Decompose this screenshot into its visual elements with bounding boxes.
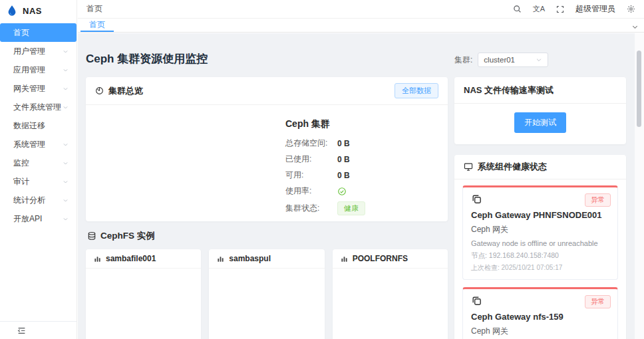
bar-chart-icon <box>217 255 224 263</box>
gateway-card: 异常Ceph Gateway PHNFSNODE001Ceph 网关Gatewa… <box>462 185 618 280</box>
stat-value: 0 B <box>337 139 350 148</box>
instance-card-header: sambafile001 <box>86 249 201 269</box>
check-circle-icon <box>337 187 347 196</box>
all-data-button[interactable]: 全部数据 <box>395 83 438 98</box>
stat-label: 总存储空间: <box>285 138 337 149</box>
cluster-stats: 总存储空间:0 B已使用:0 B可用:0 B <box>285 138 448 181</box>
app-title: NAS <box>23 6 42 16</box>
language-icon[interactable]: 文A <box>533 5 545 13</box>
sidebar-item-2[interactable]: 应用管理 <box>0 60 77 79</box>
speed-test-body: 开始测试 <box>454 104 626 144</box>
overview-card-header: 集群总览 全部数据 <box>86 77 448 105</box>
sidebar-item-label: 用户管理 <box>13 46 45 57</box>
gateway-type: Ceph 网关 <box>471 326 609 337</box>
breadcrumb[interactable]: 首页 <box>86 3 102 15</box>
chevron-down-icon <box>63 216 69 222</box>
cluster-select-row: 集群: cluster01 <box>454 53 626 67</box>
sidebar-item-label: 网关管理 <box>13 83 45 94</box>
health-status-header: 系统组件健康状态 <box>454 155 626 179</box>
chevron-down-icon <box>63 67 69 73</box>
sidebar-item-10[interactable]: 开放API <box>0 209 77 228</box>
gauge-icon <box>95 86 104 95</box>
sidebar: NAS 首页用户管理应用管理网关管理文件系统管理数据迁移系统管理监控审计统计分析… <box>0 0 77 339</box>
status-row: 集群状态: 健康 <box>285 201 448 215</box>
chevron-down-icon <box>63 160 69 166</box>
stat-row: 可用:0 B <box>285 170 448 181</box>
instance-card: sambaspul <box>209 249 324 339</box>
sidebar-item-1[interactable]: 用户管理 <box>0 42 77 60</box>
gateway-card: 异常Ceph Gateway nfs-159Ceph 网关Gateway nod… <box>462 287 618 339</box>
cephfs-section-header: CephFS 实例 <box>87 230 448 242</box>
sidebar-item-label: 监控 <box>13 158 29 169</box>
chevron-down-icon <box>63 142 69 148</box>
sidebar-item-label: 应用管理 <box>13 64 45 76</box>
logo: NAS <box>0 0 77 21</box>
chevron-down-icon <box>63 49 69 55</box>
sidebar-footer <box>0 321 77 339</box>
sidebar-item-6[interactable]: 系统管理 <box>0 135 77 154</box>
stat-row: 已使用:0 B <box>285 154 448 165</box>
usage-label: 使用率: <box>285 185 337 197</box>
username[interactable]: 超级管理员 <box>575 3 615 15</box>
search-icon[interactable] <box>513 5 522 13</box>
fullscreen-icon[interactable] <box>556 5 564 13</box>
stat-label: 可用: <box>285 170 337 181</box>
gateway-last-check: 上次检查: 2025/10/21 07:05:17 <box>471 263 609 273</box>
chevron-down-icon <box>536 56 542 63</box>
instance-card: POOLFORNFS <box>333 249 448 339</box>
health-status-card: 系统组件健康状态 异常Ceph Gateway PHNFSNODE001Ceph… <box>454 155 626 339</box>
stat-value: 0 B <box>337 171 350 180</box>
sidebar-item-label: 文件系统管理 <box>13 102 61 113</box>
gateway-name: Ceph Gateway nfs-159 <box>471 312 609 322</box>
stat-value: 0 B <box>337 155 350 164</box>
topbar-actions: 文A 超级管理员 <box>513 3 635 15</box>
storage-icon <box>87 231 96 241</box>
sidebar-item-label: 开放API <box>13 213 42 225</box>
sidebar-item-8[interactable]: 审计 <box>0 172 77 191</box>
cephfs-instances: sambafile001sambaspulPOOLFORNFS <box>86 249 448 339</box>
overview-body: Ceph 集群 总存储空间:0 B已使用:0 B可用:0 B 使用率: 集群状态… <box>86 105 448 215</box>
water-drop-logo-icon <box>6 5 18 17</box>
scrollbar-thumb[interactable] <box>637 51 641 127</box>
cluster-select[interactable]: cluster01 <box>478 53 548 67</box>
cluster-select-label: 集群: <box>454 55 472 66</box>
tab-home[interactable]: 首页 <box>80 19 114 32</box>
cluster-info: Ceph 集群 总存储空间:0 B已使用:0 B可用:0 B 使用率: 集群状态… <box>285 118 448 215</box>
instance-name: sambafile001 <box>106 254 156 263</box>
sidebar-item-label: 审计 <box>13 176 29 187</box>
menu-fold-icon[interactable] <box>17 326 26 335</box>
stat-label: 已使用: <box>285 154 337 165</box>
chevron-down-icon <box>63 197 69 203</box>
topbar: 首页 文A 超级管理员 <box>78 0 644 19</box>
tabbar-chevron-down-icon[interactable] <box>631 21 639 33</box>
cluster-name: Ceph 集群 <box>285 118 448 130</box>
tab-home-label: 首页 <box>89 19 105 31</box>
sidebar-item-label: 数据迁移 <box>13 120 45 132</box>
sidebar-item-0[interactable]: 首页 <box>0 23 77 42</box>
main-content: Ceph 集群资源使用监控 集群总览 全部数据 Ceph 集群 总存储空间:0 … <box>78 33 644 339</box>
cluster-overview-card: 集群总览 全部数据 Ceph 集群 总存储空间:0 B已使用:0 B可用:0 B… <box>86 77 448 221</box>
instance-card-header: sambaspul <box>209 249 324 269</box>
gear-icon[interactable] <box>627 5 635 13</box>
gateway-message: Gateway node is offline or unreachable <box>471 239 609 247</box>
right-column: 集群: cluster01 NAS 文件传输速率测试 开始测试 <box>454 33 626 339</box>
gateway-status-badge: 异常 <box>585 295 611 308</box>
sidebar-item-3[interactable]: 网关管理 <box>0 79 77 98</box>
sidebar-item-5[interactable]: 数据迁移 <box>0 116 77 135</box>
bar-chart-icon <box>341 255 348 263</box>
instance-name: POOLFORNFS <box>353 254 408 263</box>
sidebar-item-9[interactable]: 统计分析 <box>0 191 77 209</box>
speed-test-title: NAS 文件传输速率测试 <box>464 84 554 96</box>
page-title: Ceph 集群资源使用监控 <box>86 51 448 66</box>
cluster-select-value: cluster01 <box>484 56 515 64</box>
sidebar-item-label: 统计分析 <box>13 195 45 206</box>
tabbar: 首页 <box>78 19 644 33</box>
start-test-button[interactable]: 开始测试 <box>514 112 566 133</box>
cephfs-section-title: CephFS 实例 <box>100 230 155 242</box>
gateway-name: Ceph Gateway PHNFSNODE001 <box>471 210 609 220</box>
main-column: Ceph 集群资源使用监控 集群总览 全部数据 Ceph 集群 总存储空间:0 … <box>86 33 448 339</box>
speed-test-header: NAS 文件传输速率测试 <box>454 77 626 104</box>
sidebar-item-4[interactable]: 文件系统管理 <box>0 98 77 116</box>
monitor-icon <box>464 162 473 171</box>
sidebar-item-7[interactable]: 监控 <box>0 154 77 172</box>
